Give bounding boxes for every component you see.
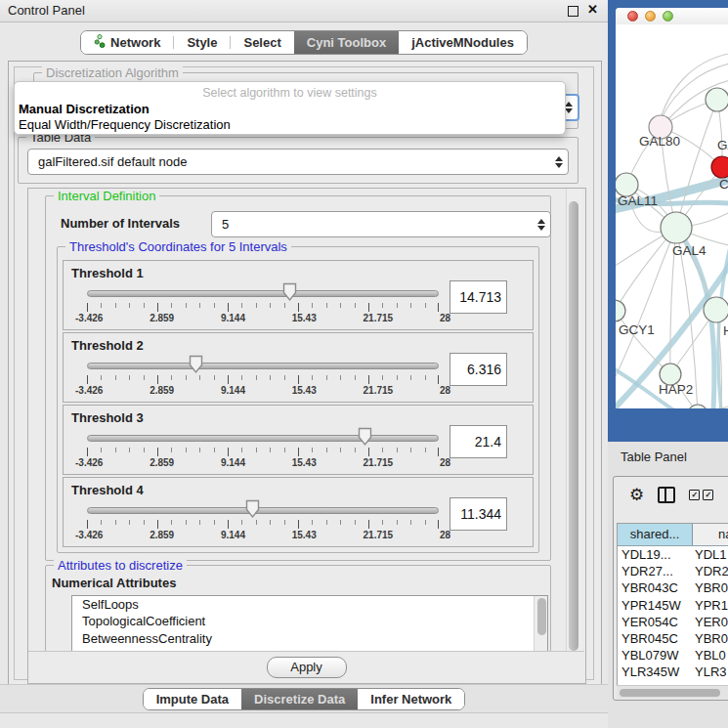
- cell-shared-name: YBL079W: [618, 648, 693, 663]
- column-header-name[interactable]: na...: [693, 524, 728, 545]
- table-row[interactable]: YBR045C YBR0: [618, 630, 728, 647]
- node-red-selected[interactable]: [711, 156, 728, 178]
- slider-track: [87, 507, 439, 514]
- num-intervals-combobox[interactable]: 5: [211, 211, 551, 237]
- gear-icon[interactable]: ⚙: [629, 487, 644, 503]
- cell-name: YLR3: [693, 664, 728, 679]
- tab-impute-data[interactable]: Impute Data: [144, 689, 241, 709]
- table-row[interactable]: YDR27... YDR2: [618, 563, 728, 579]
- table-row[interactable]: YDL19... YDL1: [618, 546, 728, 563]
- threshold-2-slider[interactable]: -3.4262.8599.14415.4321.71528: [87, 355, 439, 400]
- threshold-2-panel: Threshold 2 -3.4262.8599.14415.4321.7152…: [63, 332, 534, 403]
- horizontal-scrollbar-thumb[interactable]: [620, 689, 720, 697]
- attribute-list-item[interactable]: SelfLoops: [72, 596, 547, 613]
- cell-name: YDR2: [693, 564, 728, 578]
- tick-label: 21.715: [364, 313, 394, 323]
- node-label: HA: [723, 323, 728, 338]
- attributes-scrollbar-thumb[interactable]: [537, 598, 546, 635]
- network-window-titlebar: [616, 8, 728, 25]
- tab-infer-network[interactable]: Infer Network: [358, 689, 464, 709]
- threshold-label: Threshold 2: [71, 338, 144, 353]
- tab-network[interactable]: Network: [81, 31, 173, 54]
- table-panel-title: Table Panel: [621, 450, 687, 464]
- node-label: GCY1: [619, 322, 655, 337]
- attributes-scrollbar[interactable]: [534, 596, 547, 653]
- table-row[interactable]: YLR345W YLR3: [618, 664, 728, 680]
- tick-label: 9.144: [221, 313, 245, 323]
- tab-select[interactable]: Select: [231, 31, 293, 54]
- table-row[interactable]: YBL079W YBL0: [618, 647, 728, 664]
- table-panel-box: ⚙ ✓ ✓ shared... na... YDL19... YDL1: [613, 476, 728, 701]
- tick-label: 2.859: [150, 385, 174, 396]
- horizontal-scrollbar[interactable]: [617, 685, 728, 699]
- close-traffic-light-icon[interactable]: [627, 11, 638, 21]
- tick-label: 28: [440, 457, 450, 468]
- float-window-icon[interactable]: [568, 6, 578, 17]
- network-canvas[interactable]: GAL80 GA GAL11 C GAL4 GCY1 HA HAP2: [616, 24, 728, 408]
- threshold-2-value-field[interactable]: 6.316: [450, 353, 507, 386]
- table-data-combo-value: galFiltered.sif default node: [28, 154, 550, 169]
- slider-track: [87, 363, 439, 369]
- table-row[interactable]: YER054C YER0: [618, 614, 728, 630]
- num-intervals-value: 5: [212, 217, 533, 232]
- table-panel-toolbar: ⚙ ✓ ✓: [614, 481, 728, 508]
- cell-name: YPR1: [693, 598, 728, 613]
- slider-thumb[interactable]: [358, 427, 372, 447]
- impute-data-label: Impute Data: [156, 692, 229, 707]
- tab-cyni-toolbox[interactable]: Cyni Toolbox: [294, 31, 399, 54]
- close-icon[interactable]: ✕: [587, 2, 598, 17]
- threshold-label: Threshold 3: [71, 410, 144, 425]
- tab-network-label: Network: [110, 35, 160, 50]
- threshold-1-value-field[interactable]: 14.713: [450, 280, 507, 314]
- checkbox-checked-icon[interactable]: ✓: [689, 490, 700, 500]
- tick-label: 21.715: [364, 385, 394, 396]
- tick-label: 15.43: [292, 457, 317, 468]
- network-window[interactable]: GAL80 GA GAL11 C GAL4 GCY1 HA HAP2: [616, 8, 728, 408]
- node-bottom[interactable]: [688, 405, 707, 408]
- node-label: C: [719, 177, 728, 192]
- discretize-data-label: Discretize Data: [254, 692, 345, 707]
- node-h[interactable]: [704, 297, 728, 322]
- node-gal4[interactable]: [661, 212, 692, 243]
- checkbox-checked-icon[interactable]: ✓: [703, 490, 713, 500]
- threshold-4-slider[interactable]: -3.4262.8599.14415.4321.71528: [87, 499, 439, 544]
- dropdown-option-manual[interactable]: Manual Discretization: [19, 102, 150, 116]
- slider-thumb[interactable]: [189, 355, 203, 374]
- attribute-list-item[interactable]: TopologicalCoefficient: [72, 613, 547, 629]
- node-label: GA: [717, 138, 728, 152]
- tab-jactivemnodules[interactable]: jActiveMNodules: [399, 31, 527, 54]
- cell-name: YBR0: [693, 631, 728, 646]
- node-top-right[interactable]: [706, 88, 728, 111]
- tab-cyni-label: Cyni Toolbox: [307, 35, 386, 50]
- table-row[interactable]: YPR145W YPR1: [618, 597, 728, 614]
- tab-style[interactable]: Style: [174, 31, 230, 54]
- threshold-3-slider[interactable]: -3.4262.8599.14415.4321.71528: [87, 427, 439, 472]
- node-label: HAP2: [659, 382, 693, 397]
- table-row[interactable]: YBR043C YBR0: [618, 579, 728, 596]
- tab-select-label: Select: [243, 35, 280, 50]
- minimize-traffic-light-icon[interactable]: [645, 11, 656, 21]
- tab-discretize-data[interactable]: Discretize Data: [241, 689, 358, 709]
- attribute-list-item[interactable]: BetweennessCentrality: [72, 630, 547, 647]
- tick-label: 2.859: [150, 530, 174, 540]
- tick-label: 2.859: [150, 313, 174, 323]
- cell-shared-name: YPR145W: [618, 598, 693, 613]
- column-header-shared-name[interactable]: shared...: [618, 524, 693, 545]
- slider-thumb[interactable]: [245, 499, 260, 519]
- table-row[interactable]: YIL052C YIL0: [618, 681, 728, 685]
- dropdown-option-equal-width[interactable]: Equal Width/Frequency Discretization: [19, 117, 231, 132]
- slider-thumb[interactable]: [282, 282, 297, 302]
- slider-tick-labels: -3.4262.8599.14415.4321.71528: [75, 457, 450, 468]
- select-columns-icons[interactable]: ✓ ✓: [689, 490, 713, 500]
- apply-button[interactable]: Apply: [267, 657, 347, 678]
- table-data-combobox[interactable]: galFiltered.sif default node: [27, 149, 569, 175]
- threshold-1-panel: Threshold 1 -3.4262.8599.14415.4321.7152…: [63, 260, 534, 330]
- threshold-3-value-field[interactable]: 21.4: [450, 425, 507, 458]
- threshold-1-slider[interactable]: -3.4262.8599.14415.4321.71528: [87, 282, 439, 327]
- node-gcy1[interactable]: [616, 300, 625, 321]
- split-columns-icon[interactable]: [658, 487, 675, 503]
- threshold-4-value-field[interactable]: 11.344: [450, 497, 507, 531]
- slider-ticks: [87, 375, 439, 380]
- vertical-scrollbar-thumb[interactable]: [569, 201, 578, 651]
- zoom-traffic-light-icon[interactable]: [663, 11, 673, 21]
